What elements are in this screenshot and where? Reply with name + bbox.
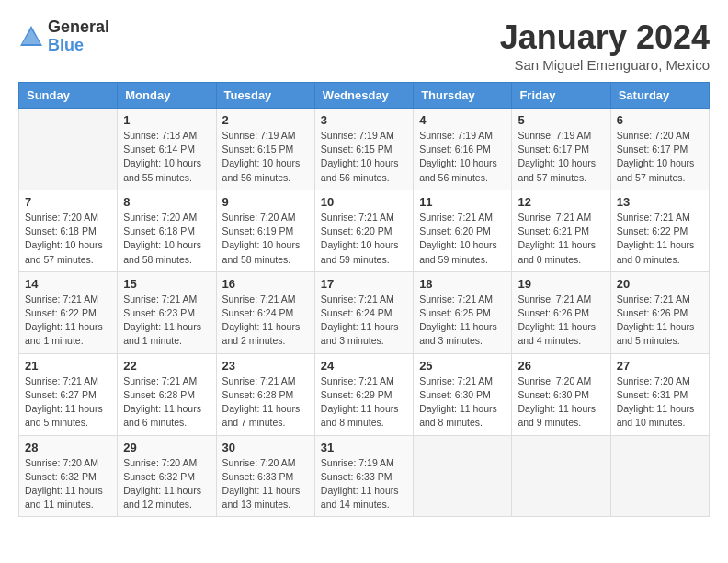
calendar-cell: 29Sunrise: 7:20 AM Sunset: 6:32 PM Dayli… <box>118 435 216 517</box>
calendar-cell: 11Sunrise: 7:21 AM Sunset: 6:20 PM Dayli… <box>414 190 512 271</box>
calendar-cell: 17Sunrise: 7:21 AM Sunset: 6:24 PM Dayli… <box>314 271 413 353</box>
calendar-cell: 24Sunrise: 7:21 AM Sunset: 6:29 PM Dayli… <box>314 353 413 435</box>
day-number: 15 <box>123 277 210 291</box>
day-number: 9 <box>222 195 309 209</box>
day-detail: Sunrise: 7:19 AM Sunset: 6:16 PM Dayligh… <box>419 129 506 185</box>
day-detail: Sunrise: 7:21 AM Sunset: 6:25 PM Dayligh… <box>419 293 506 349</box>
weekday-header: Sunday <box>19 83 118 109</box>
calendar-week-row: 14Sunrise: 7:21 AM Sunset: 6:22 PM Dayli… <box>19 271 710 353</box>
day-detail: Sunrise: 7:19 AM Sunset: 6:15 PM Dayligh… <box>222 129 309 185</box>
day-detail: Sunrise: 7:21 AM Sunset: 6:28 PM Dayligh… <box>123 374 210 431</box>
day-detail: Sunrise: 7:21 AM Sunset: 6:29 PM Dayligh… <box>321 374 407 431</box>
day-detail: Sunrise: 7:21 AM Sunset: 6:20 PM Dayligh… <box>321 211 407 267</box>
weekday-header: Monday <box>118 83 216 109</box>
day-detail: Sunrise: 7:18 AM Sunset: 6:14 PM Dayligh… <box>123 129 210 185</box>
calendar-table: SundayMondayTuesdayWednesdayThursdayFrid… <box>18 82 710 517</box>
calendar-cell <box>512 435 610 517</box>
logo: General Blue <box>18 18 109 55</box>
day-detail: Sunrise: 7:21 AM Sunset: 6:22 PM Dayligh… <box>25 293 111 349</box>
day-number: 5 <box>518 113 604 127</box>
calendar-cell: 30Sunrise: 7:20 AM Sunset: 6:33 PM Dayli… <box>216 435 314 517</box>
day-detail: Sunrise: 7:21 AM Sunset: 6:28 PM Dayligh… <box>222 374 309 431</box>
calendar-cell: 6Sunrise: 7:20 AM Sunset: 6:17 PM Daylig… <box>610 109 709 190</box>
calendar-cell: 31Sunrise: 7:19 AM Sunset: 6:33 PM Dayli… <box>314 435 413 517</box>
calendar-week-row: 1Sunrise: 7:18 AM Sunset: 6:14 PM Daylig… <box>19 109 710 190</box>
calendar-cell <box>610 435 709 517</box>
day-number: 17 <box>321 277 407 291</box>
weekday-header: Thursday <box>414 83 512 109</box>
day-number: 20 <box>617 277 703 291</box>
logo-text: General Blue <box>48 18 109 55</box>
day-number: 23 <box>222 359 309 373</box>
svg-marker-1 <box>22 29 40 44</box>
day-number: 30 <box>222 441 309 454</box>
day-number: 6 <box>617 113 703 127</box>
day-detail: Sunrise: 7:20 AM Sunset: 6:33 PM Dayligh… <box>222 456 309 512</box>
logo-blue: Blue <box>48 37 109 55</box>
day-number: 3 <box>321 113 407 127</box>
day-detail: Sunrise: 7:20 AM Sunset: 6:17 PM Dayligh… <box>617 129 703 185</box>
day-number: 28 <box>25 441 111 454</box>
calendar-week-row: 7Sunrise: 7:20 AM Sunset: 6:18 PM Daylig… <box>19 190 710 271</box>
day-number: 1 <box>123 113 210 127</box>
month-title: January 2024 <box>500 18 710 57</box>
calendar-cell: 8Sunrise: 7:20 AM Sunset: 6:18 PM Daylig… <box>118 190 216 271</box>
day-number: 25 <box>419 359 506 373</box>
calendar-week-row: 28Sunrise: 7:20 AM Sunset: 6:32 PM Dayli… <box>19 435 710 517</box>
calendar-cell: 26Sunrise: 7:20 AM Sunset: 6:30 PM Dayli… <box>512 353 610 435</box>
weekday-header: Tuesday <box>216 83 314 109</box>
day-number: 21 <box>25 359 111 373</box>
weekday-header-row: SundayMondayTuesdayWednesdayThursdayFrid… <box>19 83 710 109</box>
calendar-cell: 15Sunrise: 7:21 AM Sunset: 6:23 PM Dayli… <box>118 271 216 353</box>
calendar-cell: 10Sunrise: 7:21 AM Sunset: 6:20 PM Dayli… <box>314 190 413 271</box>
day-detail: Sunrise: 7:20 AM Sunset: 6:18 PM Dayligh… <box>123 211 210 267</box>
calendar-cell: 5Sunrise: 7:19 AM Sunset: 6:17 PM Daylig… <box>512 109 610 190</box>
day-detail: Sunrise: 7:21 AM Sunset: 6:27 PM Dayligh… <box>25 374 111 431</box>
logo-general: General <box>48 18 109 37</box>
calendar-cell: 12Sunrise: 7:21 AM Sunset: 6:21 PM Dayli… <box>512 190 610 271</box>
calendar-cell: 3Sunrise: 7:19 AM Sunset: 6:15 PM Daylig… <box>314 109 413 190</box>
day-detail: Sunrise: 7:20 AM Sunset: 6:18 PM Dayligh… <box>25 211 111 267</box>
day-detail: Sunrise: 7:21 AM Sunset: 6:24 PM Dayligh… <box>222 293 309 349</box>
page-header: General Blue January 2024 San Miguel Eme… <box>18 18 710 73</box>
calendar-cell: 13Sunrise: 7:21 AM Sunset: 6:22 PM Dayli… <box>610 190 709 271</box>
day-detail: Sunrise: 7:20 AM Sunset: 6:19 PM Dayligh… <box>222 211 309 267</box>
day-number: 16 <box>222 277 309 291</box>
day-detail: Sunrise: 7:20 AM Sunset: 6:32 PM Dayligh… <box>123 456 210 512</box>
day-number: 12 <box>518 195 604 209</box>
day-number: 31 <box>321 441 407 454</box>
day-number: 27 <box>617 359 703 373</box>
calendar-cell: 20Sunrise: 7:21 AM Sunset: 6:26 PM Dayli… <box>610 271 709 353</box>
day-detail: Sunrise: 7:20 AM Sunset: 6:32 PM Dayligh… <box>25 456 111 512</box>
day-number: 22 <box>123 359 210 373</box>
day-number: 29 <box>123 441 210 454</box>
title-block: January 2024 San Miguel Emenguaro, Mexic… <box>500 18 710 73</box>
day-detail: Sunrise: 7:19 AM Sunset: 6:15 PM Dayligh… <box>321 129 407 185</box>
calendar-cell <box>19 109 118 190</box>
day-number: 24 <box>321 359 407 373</box>
day-number: 19 <box>518 277 604 291</box>
calendar-cell: 1Sunrise: 7:18 AM Sunset: 6:14 PM Daylig… <box>118 109 216 190</box>
calendar-cell: 27Sunrise: 7:20 AM Sunset: 6:31 PM Dayli… <box>610 353 709 435</box>
day-detail: Sunrise: 7:21 AM Sunset: 6:26 PM Dayligh… <box>518 293 604 349</box>
calendar-week-row: 21Sunrise: 7:21 AM Sunset: 6:27 PM Dayli… <box>19 353 710 435</box>
day-number: 11 <box>419 195 506 209</box>
calendar-cell: 4Sunrise: 7:19 AM Sunset: 6:16 PM Daylig… <box>414 109 512 190</box>
location: San Miguel Emenguaro, Mexico <box>500 57 710 73</box>
calendar-cell: 18Sunrise: 7:21 AM Sunset: 6:25 PM Dayli… <box>414 271 512 353</box>
calendar-cell: 9Sunrise: 7:20 AM Sunset: 6:19 PM Daylig… <box>216 190 314 271</box>
day-detail: Sunrise: 7:21 AM Sunset: 6:26 PM Dayligh… <box>617 293 703 349</box>
calendar-cell: 19Sunrise: 7:21 AM Sunset: 6:26 PM Dayli… <box>512 271 610 353</box>
calendar-cell: 21Sunrise: 7:21 AM Sunset: 6:27 PM Dayli… <box>19 353 118 435</box>
day-number: 8 <box>123 195 210 209</box>
day-detail: Sunrise: 7:20 AM Sunset: 6:31 PM Dayligh… <box>617 374 703 431</box>
calendar-cell: 7Sunrise: 7:20 AM Sunset: 6:18 PM Daylig… <box>19 190 118 271</box>
calendar-cell: 22Sunrise: 7:21 AM Sunset: 6:28 PM Dayli… <box>118 353 216 435</box>
day-detail: Sunrise: 7:21 AM Sunset: 6:23 PM Dayligh… <box>123 293 210 349</box>
day-number: 13 <box>617 195 703 209</box>
day-number: 18 <box>419 277 506 291</box>
calendar-cell: 2Sunrise: 7:19 AM Sunset: 6:15 PM Daylig… <box>216 109 314 190</box>
calendar-cell: 28Sunrise: 7:20 AM Sunset: 6:32 PM Dayli… <box>19 435 118 517</box>
day-detail: Sunrise: 7:21 AM Sunset: 6:20 PM Dayligh… <box>419 211 506 267</box>
calendar-cell: 23Sunrise: 7:21 AM Sunset: 6:28 PM Dayli… <box>216 353 314 435</box>
